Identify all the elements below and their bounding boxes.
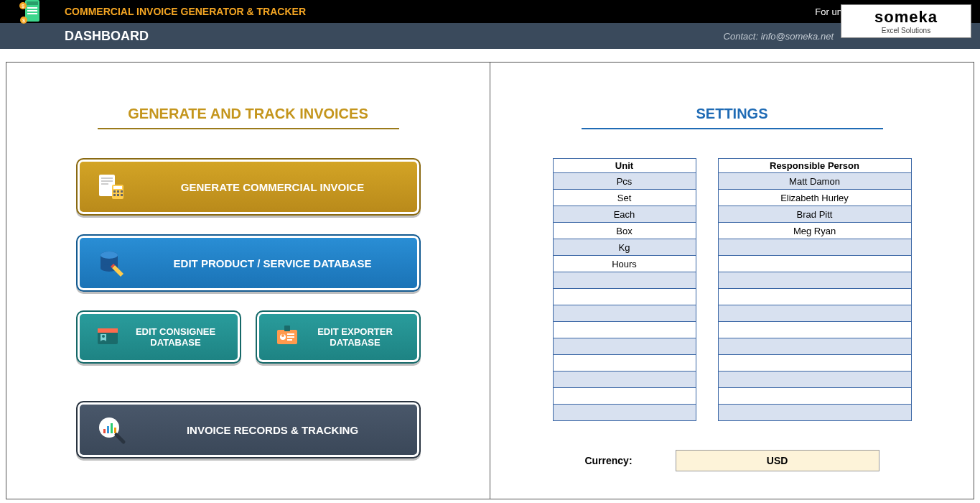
svg-rect-30: [284, 326, 290, 331]
someka-logo[interactable]: someka Excel Solutions: [841, 4, 971, 38]
unit-cell[interactable]: Each: [553, 206, 696, 223]
svg-rect-39: [111, 423, 113, 433]
person-cell[interactable]: Matt Damon: [718, 173, 911, 190]
generate-invoice-button[interactable]: GENERATE COMMERCIAL INVOICE: [76, 158, 421, 216]
unit-cell[interactable]: [553, 272, 696, 289]
unit-cell[interactable]: [553, 388, 696, 405]
person-cell[interactable]: [718, 355, 911, 372]
left-panel: GENERATE AND TRACK INVOICES GENERATE COM…: [6, 62, 490, 499]
person-cell[interactable]: [718, 322, 911, 338]
unit-cell[interactable]: Kg: [553, 239, 696, 256]
person-cell[interactable]: [718, 239, 911, 256]
svg-rect-10: [101, 177, 113, 179]
unit-cell[interactable]: [553, 355, 696, 372]
svg-rect-17: [121, 190, 123, 193]
svg-rect-26: [98, 328, 118, 333]
invoice-icon: [93, 169, 129, 205]
svg-rect-18: [113, 194, 116, 196]
unit-cell[interactable]: Box: [553, 223, 696, 239]
edit-consignee-button[interactable]: EDIT CONSIGNEE DATABASE: [76, 310, 241, 364]
edit-exporter-button[interactable]: EDIT EXPORTER DATABASE: [256, 310, 421, 364]
svg-rect-19: [117, 194, 119, 196]
unit-cell[interactable]: [553, 338, 696, 355]
unit-cell[interactable]: [553, 289, 696, 305]
person-cell[interactable]: [718, 372, 911, 388]
unit-header: Unit: [553, 159, 696, 173]
person-cell[interactable]: [718, 289, 911, 305]
unit-cell[interactable]: Hours: [553, 256, 696, 272]
header-bar: $$ COMMERCIAL INVOICE GENERATOR & TRACKE…: [0, 0, 980, 23]
page-title: DASHBOARD: [65, 29, 724, 44]
unit-cell[interactable]: Pcs: [553, 173, 696, 190]
svg-rect-11: [101, 180, 113, 182]
currency-value[interactable]: USD: [676, 450, 879, 471]
svg-rect-40: [114, 428, 116, 433]
person-cell[interactable]: Elizabeth Hurley: [718, 190, 911, 206]
database-icon: [93, 245, 129, 281]
svg-rect-38: [107, 426, 109, 433]
app-title: COMMERCIAL INVOICE GENERATOR & TRACKER: [65, 6, 815, 17]
consignee-icon: [93, 323, 122, 351]
svg-rect-35: [287, 339, 292, 341]
person-cell[interactable]: [718, 272, 911, 289]
svg-rect-2: [27, 7, 37, 9]
svg-text:$: $: [22, 18, 25, 23]
right-panel: SETTINGS Unit PcsSetEachBoxKgHours Respo…: [490, 62, 974, 499]
svg-rect-3: [27, 10, 37, 11]
person-cell[interactable]: [718, 338, 911, 355]
tracking-icon: [93, 412, 129, 448]
person-cell[interactable]: Brad Pitt: [718, 206, 911, 223]
person-cell[interactable]: [718, 405, 911, 421]
unit-cell[interactable]: [553, 322, 696, 338]
currency-label: Currency:: [584, 455, 632, 466]
svg-text:$: $: [22, 4, 24, 9]
svg-rect-33: [287, 333, 294, 335]
svg-rect-1: [27, 1, 38, 5]
svg-rect-15: [113, 190, 116, 193]
person-cell[interactable]: [718, 256, 911, 272]
right-section-title: SETTINGS: [526, 106, 938, 122]
sub-header: DASHBOARD Contact: info@someka.net: [0, 23, 980, 49]
unit-table[interactable]: Unit PcsSetEachBoxKgHours: [553, 158, 696, 421]
svg-rect-14: [113, 186, 122, 189]
svg-rect-34: [287, 336, 294, 338]
unit-cell[interactable]: [553, 372, 696, 388]
svg-rect-16: [117, 190, 119, 193]
unit-cell[interactable]: Set: [553, 190, 696, 206]
svg-point-28: [102, 335, 105, 338]
edit-product-button[interactable]: EDIT PRODUCT / SERVICE DATABASE: [76, 234, 421, 292]
unit-cell[interactable]: [553, 305, 696, 322]
contact-info: Contact: info@someka.net: [724, 31, 834, 42]
person-cell[interactable]: Meg Ryan: [718, 223, 911, 239]
svg-rect-20: [121, 194, 123, 196]
svg-point-24: [101, 251, 118, 259]
person-cell[interactable]: [718, 388, 911, 405]
unit-cell[interactable]: [553, 405, 696, 421]
person-header: Responsible Person: [718, 159, 911, 173]
invoice-records-button[interactable]: INVOICE RECORDS & TRACKING: [76, 401, 421, 458]
svg-rect-4: [27, 13, 37, 14]
person-table[interactable]: Responsible Person Matt DamonElizabeth H…: [718, 158, 912, 421]
svg-rect-37: [103, 429, 106, 433]
app-icon: $$: [0, 0, 65, 26]
svg-rect-12: [101, 183, 108, 185]
left-section-title: GENERATE AND TRACK INVOICES: [42, 106, 454, 122]
person-cell[interactable]: [718, 305, 911, 322]
exporter-icon: [273, 323, 302, 351]
svg-point-32: [281, 334, 284, 337]
